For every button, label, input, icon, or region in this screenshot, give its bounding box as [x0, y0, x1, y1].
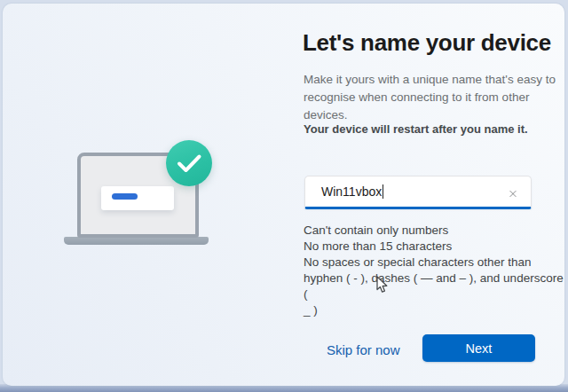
subtitle-line: recognise when connecting to it from oth… — [304, 89, 556, 106]
rule-line: No more than 15 characters — [304, 239, 568, 255]
next-button[interactable]: Next — [422, 334, 535, 362]
subtitle-line: Make it yours with a unique name that's … — [304, 71, 556, 89]
rule-line: No spaces or special characters other th… — [304, 255, 568, 270]
device-name-value: Win11vbox — [321, 184, 382, 199]
rule-line: hyphen ( - ), dashes ( — and – ), and un… — [304, 270, 568, 302]
clear-x-icon — [509, 188, 517, 200]
restart-note: Your device will restart after you name … — [304, 122, 528, 136]
device-name-input[interactable]: Win11vbox — [304, 176, 532, 209]
text-caret — [383, 184, 383, 199]
page-title: Let's name your device — [303, 29, 551, 57]
skip-for-now-button[interactable]: Skip for now — [320, 340, 407, 359]
clear-input-button[interactable] — [504, 184, 522, 202]
rule-line: Can't contain only numbers — [304, 223, 568, 239]
mouse-arrow-cursor — [376, 276, 389, 294]
rule-line: _ ) — [304, 302, 568, 318]
subtitle-line: devices. — [304, 106, 556, 124]
oobe-screen: Let's name your device Make it yours wit… — [0, 0, 568, 392]
naming-rules: Can't contain only numbers No more than … — [304, 223, 568, 318]
page-subtitle: Make it yours with a unique name that's … — [304, 71, 556, 124]
